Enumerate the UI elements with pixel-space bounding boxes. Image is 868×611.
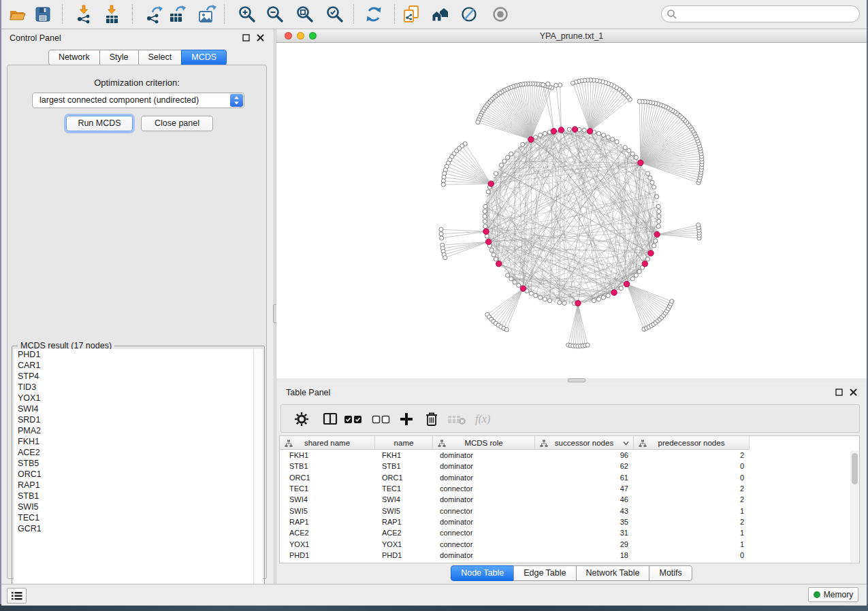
graph-node[interactable] <box>543 297 547 301</box>
mcds-result-item[interactable]: STP4 <box>14 371 253 382</box>
network-canvas[interactable] <box>276 43 867 378</box>
column-header-name[interactable]: name <box>375 436 433 450</box>
graph-node[interactable] <box>476 120 480 125</box>
graph-node[interactable] <box>483 225 487 229</box>
graph-node[interactable] <box>615 139 619 144</box>
graph-node[interactable] <box>634 155 638 159</box>
memory-button[interactable]: Memory <box>808 587 858 602</box>
graph-node[interactable] <box>571 81 575 85</box>
graph-node[interactable] <box>534 135 538 139</box>
float-panel-icon[interactable] <box>242 34 250 42</box>
column-settings-gear-icon[interactable] <box>293 411 310 427</box>
graph-node[interactable] <box>558 83 562 87</box>
show-columns-icon[interactable] <box>322 411 338 427</box>
mcds-result-item[interactable]: TEC1 <box>14 512 253 523</box>
graph-node[interactable] <box>645 171 649 176</box>
table-row[interactable]: FKH1FKH1dominator962 <box>280 450 850 461</box>
mcds-result-item[interactable]: RAP1 <box>14 480 253 491</box>
graph-node[interactable] <box>585 343 590 347</box>
graph-node[interactable] <box>509 152 513 156</box>
graph-hub-node[interactable] <box>551 129 556 134</box>
graph-node[interactable] <box>670 299 674 303</box>
graph-node[interactable] <box>541 83 545 87</box>
tab-network[interactable]: Network <box>48 50 100 65</box>
export-image-icon[interactable] <box>197 5 216 24</box>
run-mcds-button[interactable]: Run MCDS <box>66 116 133 131</box>
function-builder-icon[interactable]: f(x) <box>474 411 497 427</box>
graph-hub-node[interactable] <box>558 127 564 133</box>
graph-hub-node[interactable] <box>611 290 617 295</box>
criterion-select[interactable]: largest connected component (undirected) <box>32 93 244 108</box>
mcds-result-item[interactable]: GCR1 <box>14 523 253 534</box>
graph-node[interactable] <box>443 256 447 260</box>
graph-node[interactable] <box>439 232 443 236</box>
show-all-icon[interactable] <box>491 5 510 24</box>
table-tab-edge-table[interactable]: Edge Table <box>513 565 576 581</box>
table-row[interactable]: ORC1ORC1dominator610 <box>280 472 850 483</box>
graph-node[interactable] <box>486 190 490 194</box>
mcds-result-item[interactable]: FKH1 <box>14 436 253 447</box>
tab-style[interactable]: Style <box>99 50 139 65</box>
graph-node[interactable] <box>630 152 634 156</box>
graph-node[interactable] <box>494 171 498 176</box>
graph-node[interactable] <box>654 239 658 243</box>
graph-node[interactable] <box>619 286 623 291</box>
graph-node[interactable] <box>656 204 660 208</box>
mcds-result-item[interactable]: ACE2 <box>14 447 253 458</box>
table-row[interactable]: PHD1PHD1dominator180 <box>280 550 850 561</box>
table-row[interactable]: SWI4SWI4dominator462 <box>280 494 850 505</box>
panel-list-button[interactable] <box>7 588 27 604</box>
graph-node[interactable] <box>601 295 605 299</box>
graph-node[interactable] <box>601 133 605 137</box>
graph-node[interactable] <box>648 176 652 180</box>
graph-node[interactable] <box>582 128 586 132</box>
import-network-icon[interactable] <box>74 5 93 24</box>
graph-node[interactable] <box>483 204 487 208</box>
import-table-icon[interactable] <box>102 5 121 24</box>
mcds-result-item[interactable]: SWI5 <box>14 501 253 512</box>
delete-columns-icon[interactable] <box>423 411 440 427</box>
graph-node[interactable] <box>554 83 558 87</box>
table-row[interactable]: ACE2ACE2connector311 <box>280 527 850 538</box>
table-row[interactable]: STB1STB1dominator620 <box>280 461 850 472</box>
zoom-in-icon[interactable] <box>238 5 257 24</box>
network-graph[interactable] <box>276 43 867 378</box>
graph-node[interactable] <box>611 137 615 142</box>
table-row[interactable]: SWI5SWI5connector431 <box>280 505 850 516</box>
first-neighbors-icon[interactable] <box>431 5 450 24</box>
mcds-result-item[interactable]: SWI4 <box>14 403 253 414</box>
zoom-selected-icon[interactable] <box>325 5 344 24</box>
graph-node[interactable] <box>534 293 538 297</box>
mcds-result-item[interactable]: YOX1 <box>14 393 253 403</box>
add-column-icon[interactable] <box>398 411 415 427</box>
table-row[interactable]: TEC1TEC1connector472 <box>280 483 850 494</box>
tab-select[interactable]: Select <box>138 50 182 65</box>
table-scrollbar-thumb[interactable] <box>852 453 858 484</box>
graph-node[interactable] <box>650 180 654 184</box>
mcds-result-item[interactable]: STB1 <box>14 491 253 501</box>
float-panel-icon[interactable] <box>835 389 843 396</box>
graph-hub-node[interactable] <box>654 231 660 237</box>
zoom-out-icon[interactable] <box>266 5 285 24</box>
mcds-result-item[interactable]: PMA2 <box>14 425 253 436</box>
graph-node[interactable] <box>440 236 444 240</box>
graph-node[interactable] <box>539 295 543 299</box>
graph-hub-node[interactable] <box>488 181 494 186</box>
select-all-checkboxes-icon[interactable] <box>344 411 367 427</box>
close-panel-icon[interactable] <box>850 389 857 396</box>
export-table-icon[interactable] <box>167 5 187 24</box>
graph-node[interactable] <box>597 131 601 135</box>
graph-node[interactable] <box>502 159 507 163</box>
graph-node[interactable] <box>562 301 566 305</box>
graph-hub-node[interactable] <box>528 137 534 142</box>
graph-node[interactable] <box>483 214 487 218</box>
graph-node[interactable] <box>506 274 510 278</box>
graph-hub-node[interactable] <box>638 160 643 165</box>
graph-node[interactable] <box>657 210 661 214</box>
graph-node[interactable] <box>637 269 641 274</box>
graph-hub-node[interactable] <box>520 286 526 291</box>
graph-hub-node[interactable] <box>648 250 654 256</box>
close-panel-button[interactable]: Close panel <box>141 116 213 131</box>
graph-node[interactable] <box>521 142 525 146</box>
delete-table-icon[interactable] <box>447 411 468 427</box>
